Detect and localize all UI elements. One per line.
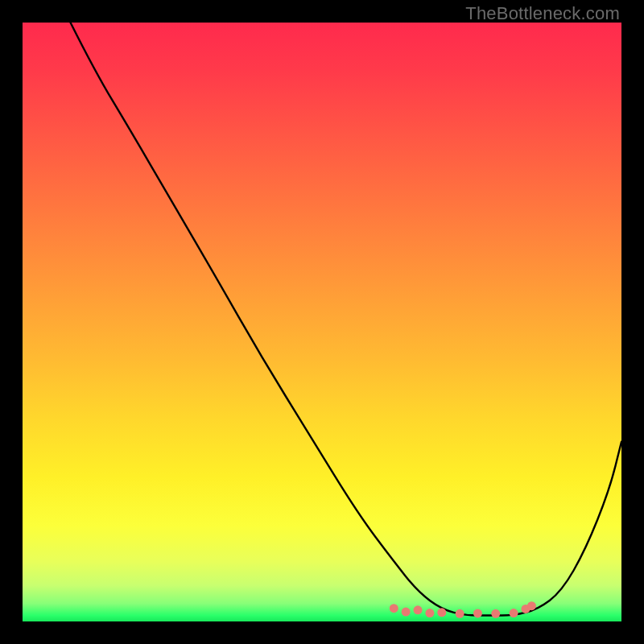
chart-frame [23, 23, 621, 621]
chart-marker [390, 604, 398, 613]
chart-marker [414, 605, 423, 614]
chart-marker [473, 609, 482, 617]
chart-marker [491, 609, 500, 618]
chart-markers [390, 601, 536, 618]
chart-plot [23, 23, 621, 621]
chart-marker [402, 608, 411, 617]
chart-marker [456, 609, 464, 618]
chart-marker [425, 609, 434, 617]
chart-marker [437, 608, 446, 617]
chart-marker [510, 609, 518, 617]
chart-curve [71, 23, 621, 616]
watermark-text: TheBottleneck.com [465, 3, 620, 24]
chart-marker [527, 601, 536, 610]
